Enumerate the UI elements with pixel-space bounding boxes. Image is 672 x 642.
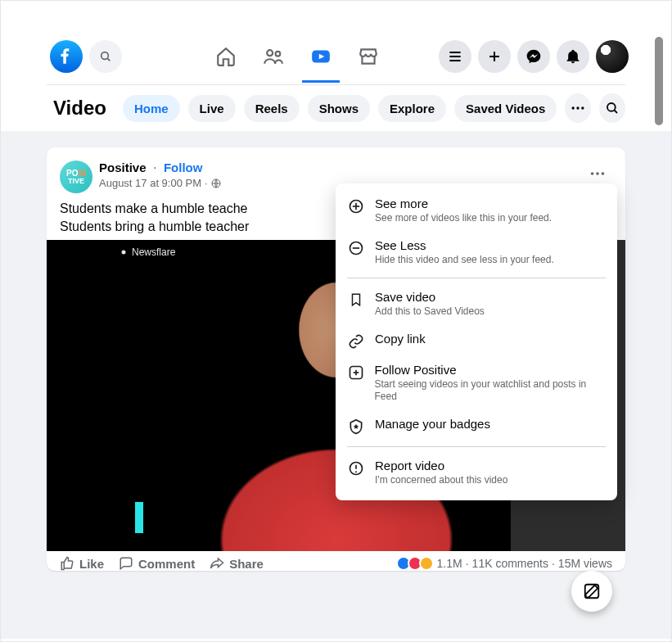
messenger-button[interactable] [517,40,550,73]
scrollbar-track[interactable] [655,37,663,594]
page-name[interactable]: Positive [99,160,147,174]
like-icon [60,556,74,571]
menu-copy-link[interactable]: Copy link [336,325,617,356]
top-bar [1,34,671,79]
svg-point-12 [581,106,584,109]
svg-point-30 [355,471,357,472]
comment-count: 11K comments [472,557,548,570]
follow-link[interactable]: Follow [164,160,203,174]
menu-follow-page[interactable]: Follow Positive Start seeing videos in y… [336,356,617,410]
menu-save-video[interactable]: Save video Add this to Saved Videos [336,283,617,325]
profile-avatar[interactable] [596,40,629,73]
svg-line-14 [615,111,617,113]
more-tabs[interactable] [565,93,591,123]
engagement-bar: Like Comment Share 1.1M [47,551,625,571]
comment-icon [119,556,133,571]
nav-marketplace[interactable] [348,37,389,76]
menu-report-video[interactable]: Report video I'm concerned about this vi… [336,452,617,494]
share-button[interactable]: Share [210,556,264,571]
svg-point-11 [577,106,580,109]
tab-live[interactable]: Live [188,95,236,122]
menu-see-more[interactable]: See more See more of videos like this in… [336,190,617,232]
sep: · [552,557,555,570]
menu-separator [347,446,606,447]
follow-plus-icon [347,363,364,381]
menu-manage-badges[interactable]: Manage your badges [336,410,617,441]
subnav-title: Video [53,97,106,120]
menu-separator [347,278,606,278]
like-button[interactable]: Like [60,556,104,571]
svg-point-0 [101,52,109,60]
sep: · [466,557,469,570]
compose-icon [583,582,601,600]
content-area: POSITIVE Positive · Follow August 17 at … [1,131,671,639]
reaction-count: 1.1M [437,557,462,570]
reaction-icons [399,556,434,571]
comment-button[interactable]: Comment [119,556,195,571]
create-button[interactable] [478,40,511,73]
plus-circle-icon [347,197,365,215]
link-icon [347,332,365,350]
nav-center [155,37,439,76]
share-icon [210,556,224,571]
tab-shows[interactable]: Shows [308,95,370,122]
post-options-menu: See more See more of videos like this in… [336,183,617,500]
alert-circle-icon [347,459,365,477]
compose-fab[interactable] [571,571,612,612]
search-videos[interactable] [599,93,625,123]
live-dot-icon [119,247,129,257]
minus-circle-icon [347,238,365,256]
facebook-logo[interactable] [50,40,83,73]
video-watermark: Newsflare [119,246,175,258]
view-count: 15M views [558,557,612,570]
tab-home[interactable]: Home [123,95,180,122]
scrollbar-thumb[interactable] [655,37,663,125]
svg-point-17 [596,172,599,175]
svg-point-18 [602,172,605,175]
tab-explore[interactable]: Explore [378,95,446,122]
badge-icon [347,417,365,435]
page-avatar[interactable]: POSITIVE [60,160,92,193]
video-subnav: Video Home Live Reels Shows Explore Save… [1,85,671,131]
menu-see-less[interactable]: See Less Hide this video and see less in… [336,232,617,274]
notifications-button[interactable] [557,40,589,73]
bookmark-icon [347,290,365,308]
svg-point-3 [275,52,280,57]
svg-line-1 [107,58,110,61]
sep: · [205,177,208,189]
tab-saved[interactable]: Saved Videos [454,95,557,122]
tab-reels[interactable]: Reels [244,95,300,122]
svg-point-19 [122,251,126,255]
video-progress-marker [135,502,143,533]
svg-point-10 [572,106,575,109]
menu-button[interactable] [439,40,471,73]
svg-point-2 [267,50,273,56]
nav-friends[interactable] [253,37,294,76]
watermark-text: Newsflare [132,246,175,258]
nav-right [439,40,629,73]
post-card: POSITIVE Positive · Follow August 17 at … [47,147,625,571]
svg-point-13 [607,103,616,111]
viewport: Video Home Live Reels Shows Explore Save… [0,0,672,642]
globe-icon [211,179,221,188]
search-button[interactable] [89,40,122,73]
engagement-stats[interactable]: 1.1M · 11K comments · 15M views [399,556,612,571]
svg-point-16 [591,172,594,175]
sep: · [153,160,156,174]
nav-home[interactable] [205,37,246,76]
timestamp-text: August 17 at 9:00 PM [99,177,201,189]
nav-video[interactable] [300,37,341,76]
